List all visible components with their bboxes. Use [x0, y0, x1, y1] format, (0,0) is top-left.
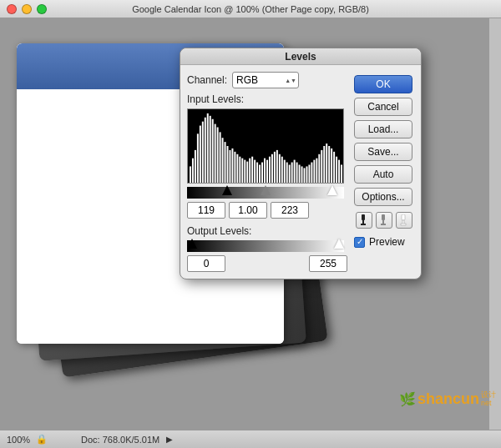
ok-button[interactable]: OK	[354, 75, 412, 93]
svg-rect-13	[220, 132, 221, 183]
doc-size: Doc: 768.0K/5.01M	[81, 435, 159, 445]
svg-rect-55	[323, 146, 325, 183]
svg-rect-38	[281, 157, 283, 183]
options-button[interactable]: Options...	[354, 188, 412, 206]
close-button[interactable]	[7, 4, 17, 14]
svg-rect-69	[402, 214, 405, 220]
lock-icon: 🔒	[36, 434, 48, 445]
svg-rect-19	[234, 152, 235, 183]
preview-checkbox[interactable]: ✓	[354, 237, 365, 248]
load-button[interactable]: Load...	[354, 120, 412, 138]
output-white-value[interactable]	[309, 255, 347, 272]
scrollbar-vertical[interactable]	[488, 18, 501, 430]
channel-select[interactable]: RGB Red Green Blue	[232, 72, 299, 88]
output-slider-track[interactable]	[187, 240, 344, 252]
svg-rect-8	[207, 113, 209, 183]
watermark-sub: 设计net	[481, 391, 496, 408]
svg-rect-34	[271, 154, 273, 183]
svg-rect-53	[318, 154, 320, 183]
arrow-icon[interactable]: ▶	[166, 435, 173, 444]
svg-rect-65	[361, 224, 366, 225]
svg-rect-15	[225, 142, 226, 183]
channel-select-wrap[interactable]: RGB Red Green Blue	[232, 72, 299, 88]
svg-rect-5	[200, 126, 201, 183]
output-numbers-row	[187, 255, 347, 272]
cancel-button[interactable]: Cancel	[354, 98, 412, 116]
dialog-title: Levels	[285, 51, 316, 63]
dialog-body: Channel: RGB Red Green Blue Input Levels…	[180, 65, 421, 279]
svg-rect-31	[264, 159, 266, 183]
maximize-button[interactable]	[37, 4, 47, 14]
svg-rect-58	[331, 148, 332, 183]
svg-rect-71	[401, 224, 406, 225]
svg-rect-49	[308, 164, 310, 183]
svg-rect-63	[362, 214, 365, 220]
channel-row: Channel: RGB Red Green Blue	[187, 72, 347, 88]
watermark-text: shancun	[418, 390, 479, 408]
svg-rect-54	[321, 150, 322, 183]
svg-rect-50	[311, 163, 312, 183]
svg-rect-6	[202, 122, 204, 183]
svg-rect-4	[197, 133, 199, 183]
svg-rect-51	[313, 160, 315, 183]
svg-rect-41	[289, 164, 291, 183]
svg-rect-10	[212, 119, 214, 183]
svg-rect-45	[299, 164, 301, 183]
auto-button[interactable]: Auto	[354, 165, 412, 184]
input-black-value[interactable]	[187, 202, 225, 219]
svg-rect-24	[246, 162, 248, 183]
svg-rect-46	[301, 166, 303, 183]
input-mid-value[interactable]	[229, 202, 267, 219]
svg-rect-30	[261, 163, 263, 183]
output-black-value[interactable]	[187, 255, 225, 272]
input-levels-label: Input Levels:	[187, 93, 347, 105]
input-mid-slider[interactable]	[261, 185, 271, 195]
svg-rect-17	[229, 150, 230, 183]
svg-rect-11	[215, 124, 216, 183]
svg-rect-40	[286, 163, 288, 183]
eyedropper-white[interactable]	[396, 212, 412, 229]
input-white-slider[interactable]	[327, 185, 337, 195]
channel-label: Channel:	[187, 74, 227, 86]
input-slider-track[interactable]	[187, 187, 344, 199]
svg-rect-66	[382, 214, 385, 220]
svg-rect-35	[274, 152, 276, 183]
svg-rect-62	[341, 164, 342, 183]
watermark-leaf-icon: 🌿	[399, 391, 416, 407]
eyedropper-gray[interactable]	[376, 212, 392, 229]
svg-rect-44	[296, 163, 298, 183]
svg-rect-42	[291, 163, 293, 183]
levels-dialog: Levels Channel: RGB Red Green Blue	[180, 48, 422, 279]
svg-rect-27	[254, 160, 256, 183]
svg-rect-7	[205, 118, 206, 183]
output-black-slider[interactable]	[187, 239, 197, 249]
input-black-slider[interactable]	[222, 185, 232, 195]
svg-rect-56	[326, 143, 327, 183]
svg-rect-68	[381, 224, 386, 225]
dialog-right-panel: OK Cancel Load... Save... Auto Options..…	[354, 72, 414, 272]
window-title: Google Calendar Icon @ 100% (Other Page …	[132, 4, 369, 14]
svg-rect-9	[210, 116, 211, 183]
minimize-button[interactable]	[22, 4, 32, 14]
svg-rect-18	[231, 148, 233, 183]
output-levels-label: Output Levels:	[187, 225, 347, 237]
save-button[interactable]: Save...	[354, 143, 412, 161]
zoom-level: 100%	[7, 435, 36, 445]
svg-rect-16	[227, 146, 229, 183]
svg-rect-2	[192, 159, 194, 183]
svg-rect-28	[256, 163, 258, 183]
svg-rect-33	[269, 157, 271, 183]
svg-rect-25	[249, 159, 250, 183]
title-bar: Google Calendar Icon @ 100% (Other Page …	[0, 0, 501, 18]
window-controls[interactable]	[7, 4, 47, 14]
eyedropper-black[interactable]	[356, 212, 372, 229]
output-white-slider[interactable]	[334, 239, 344, 249]
svg-rect-57	[328, 146, 330, 183]
input-white-value[interactable]	[271, 202, 309, 219]
svg-rect-3	[195, 150, 196, 183]
canvas-area: 🌿 shancun 设计net Levels Channel: RGB Red	[0, 18, 501, 430]
svg-rect-52	[316, 159, 317, 183]
svg-rect-1	[190, 166, 191, 183]
svg-rect-21	[239, 157, 240, 183]
svg-rect-20	[236, 154, 238, 183]
